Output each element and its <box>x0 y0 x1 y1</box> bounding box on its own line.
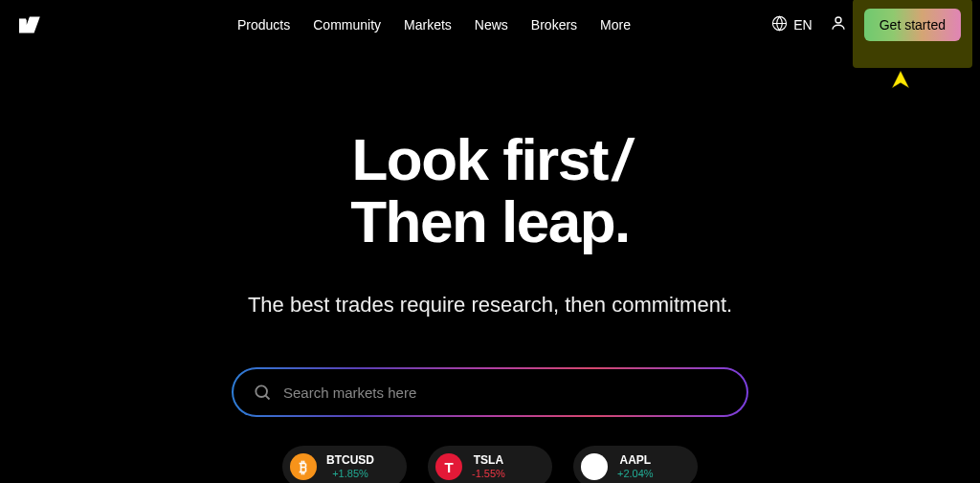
ticker-tsla[interactable]: T TSLA -1.55% <box>428 446 552 483</box>
nav-markets[interactable]: Markets <box>404 17 452 33</box>
main-nav: Products Community Markets News Brokers … <box>237 17 631 33</box>
cta-highlight: Get started <box>853 0 972 68</box>
search-input[interactable] <box>283 384 727 401</box>
ticker-aapl[interactable]: AAPL +2.04% <box>573 446 698 483</box>
ticker-change: +1.85% <box>326 468 374 480</box>
ticker-change: +2.04% <box>617 468 654 480</box>
search-icon <box>253 383 272 402</box>
ticker-symbol: AAPL <box>617 454 654 468</box>
search-bar[interactable] <box>232 367 748 417</box>
subhead: The best trades require research, then c… <box>0 293 980 318</box>
globe-icon <box>771 15 788 34</box>
nav-brokers[interactable]: Brokers <box>531 17 577 33</box>
ticker-row: ₿ BTCUSD +1.85% T TSLA -1.55% AAPL +2.04… <box>0 446 980 483</box>
ticker-change: -1.55% <box>472 468 505 480</box>
headline-line2: Then leap. <box>350 188 630 254</box>
user-menu[interactable] <box>830 14 847 35</box>
logo[interactable] <box>19 16 46 33</box>
header: Products Community Markets News Brokers … <box>0 0 980 50</box>
headline-line1: Look first <box>351 126 607 192</box>
user-icon <box>830 14 847 35</box>
ticker-symbol: BTCUSD <box>326 454 374 468</box>
nav-products[interactable]: Products <box>237 17 290 33</box>
nav-community[interactable]: Community <box>313 17 381 33</box>
language-selector[interactable]: EN <box>771 15 812 34</box>
svg-point-4 <box>256 386 267 398</box>
bitcoin-icon: ₿ <box>290 453 317 480</box>
apple-icon <box>581 453 608 480</box>
header-right: EN Get started <box>771 9 961 41</box>
ticker-btcusd[interactable]: ₿ BTCUSD +1.85% <box>282 446 407 483</box>
hero: Look first/ Then leap. The best trades r… <box>0 50 980 483</box>
ticker-symbol: TSLA <box>472 454 505 468</box>
nav-news[interactable]: News <box>475 17 508 33</box>
headline-slash: / <box>613 126 629 192</box>
nav-more[interactable]: More <box>600 17 631 33</box>
tesla-icon: T <box>435 453 462 480</box>
svg-point-3 <box>835 17 841 23</box>
headline: Look first/ Then leap. <box>0 128 980 252</box>
language-code: EN <box>793 17 812 33</box>
get-started-button[interactable]: Get started <box>864 9 961 41</box>
